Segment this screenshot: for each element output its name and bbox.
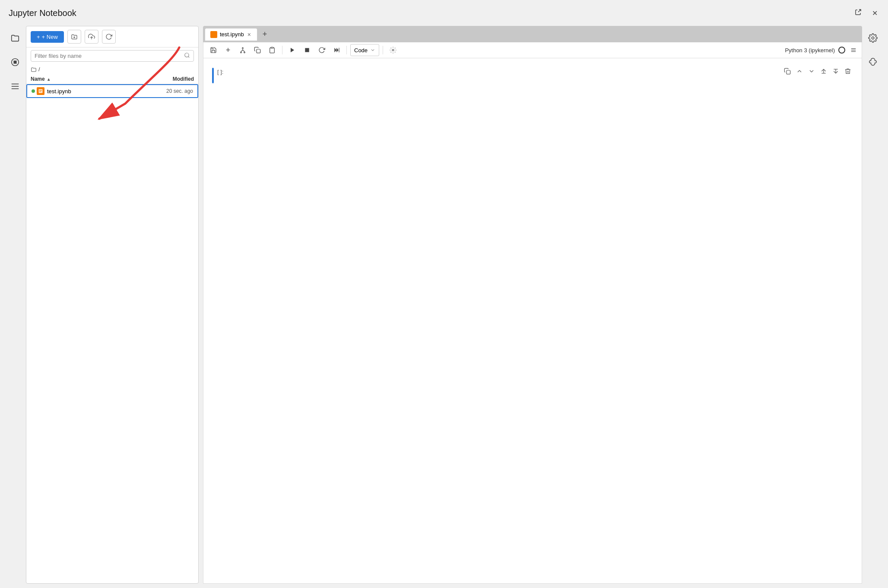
save-button[interactable]: [207, 44, 220, 56]
svg-point-8: [185, 53, 189, 57]
modified-column-label: Modified: [173, 76, 194, 82]
toolbar-divider-2: [346, 46, 347, 54]
svg-line-9: [188, 57, 190, 58]
svg-rect-18: [271, 47, 273, 48]
sort-arrow-icon: ▲: [47, 77, 51, 82]
filter-box: [31, 50, 194, 62]
open-external-button[interactable]: [853, 7, 863, 19]
svg-line-15: [241, 50, 243, 51]
refresh-button[interactable]: [102, 30, 116, 44]
file-modified: 20 sec. ago: [141, 88, 193, 94]
file-status-dot: [32, 89, 35, 93]
kernel-debug-button[interactable]: [387, 44, 400, 56]
tab-notebook-icon: [210, 31, 217, 38]
notebook-content: [ ]:: [203, 58, 862, 584]
cut-button[interactable]: [236, 44, 249, 56]
file-name: test.ipynb: [47, 88, 141, 95]
svg-line-16: [243, 50, 244, 51]
left-sidebar: [4, 26, 26, 584]
notebook-toolbar: +: [203, 42, 862, 58]
cell-type-dropdown[interactable]: Code: [350, 44, 379, 56]
name-column-header[interactable]: Name ▲: [31, 76, 142, 82]
kernel-menu-button[interactable]: [849, 45, 858, 55]
kernel-status-circle: [838, 47, 845, 54]
name-column-label: Name: [31, 76, 45, 82]
kernel-info: Python 3 (ipykernel): [785, 45, 858, 55]
main-container: + + New: [0, 26, 888, 588]
svg-marker-21: [334, 48, 336, 53]
svg-rect-10: [39, 89, 43, 93]
tab-close-button[interactable]: ×: [247, 31, 252, 38]
cell-cursor: [212, 68, 214, 83]
cell-input-area: [242, 67, 779, 81]
search-icon: [184, 52, 190, 60]
new-button-label: + New: [42, 34, 58, 40]
move-down-button[interactable]: [806, 67, 817, 77]
stop-button[interactable]: [301, 44, 314, 56]
toolbar-divider-3: [383, 46, 383, 54]
svg-point-33: [872, 37, 874, 39]
delete-cell-button[interactable]: [843, 67, 853, 77]
cell-input[interactable]: [242, 67, 779, 81]
menu-sidebar-icon[interactable]: [7, 79, 23, 94]
svg-marker-19: [291, 48, 294, 53]
merge-below-button[interactable]: [831, 67, 841, 77]
restart-button[interactable]: [315, 44, 328, 56]
svg-rect-17: [257, 49, 260, 53]
extensions-icon[interactable]: [865, 54, 881, 70]
svg-rect-20: [305, 48, 309, 52]
file-row[interactable]: test.ipynb 20 sec. ago: [26, 84, 198, 98]
stop-sidebar-icon[interactable]: [7, 54, 23, 70]
file-browser-panel: + + New: [26, 26, 199, 584]
add-icon: +: [226, 46, 231, 55]
copy-cell-button[interactable]: [782, 67, 793, 77]
app-title: Jupyter Notebook: [9, 8, 76, 18]
notebook-icon: [37, 87, 44, 95]
folder-sidebar-icon[interactable]: [7, 30, 23, 46]
settings-icon[interactable]: [865, 30, 881, 46]
copy-button[interactable]: [251, 44, 264, 56]
cell-row: [ ]:: [212, 67, 853, 83]
svg-point-13: [241, 52, 242, 53]
add-cell-button[interactable]: +: [222, 44, 235, 56]
svg-rect-28: [787, 70, 790, 74]
close-window-button[interactable]: ✕: [870, 7, 879, 19]
new-button[interactable]: + + New: [31, 31, 64, 43]
cell-prompt: [ ]:: [217, 67, 239, 75]
file-browser-toolbar: + + New: [26, 26, 198, 47]
move-up-button[interactable]: [794, 67, 805, 77]
new-tab-button[interactable]: +: [259, 30, 271, 39]
window-controls: ✕: [853, 7, 879, 19]
file-list: test.ipynb 20 sec. ago: [26, 84, 198, 98]
tab-title: test.ipynb: [220, 31, 244, 38]
file-list-header: Name ▲ Modified: [26, 74, 198, 84]
breadcrumb-separator: /: [38, 66, 40, 73]
new-folder-button[interactable]: [67, 30, 81, 44]
svg-point-14: [244, 52, 245, 53]
filter-input[interactable]: [35, 53, 184, 59]
toolbar-divider-1: [282, 46, 282, 54]
cell-type-label: Code: [354, 47, 368, 54]
kernel-name: Python 3 (ipykernel): [785, 47, 835, 54]
title-bar: Jupyter Notebook ✕: [0, 0, 888, 26]
fast-forward-button[interactable]: [330, 44, 343, 56]
upload-button[interactable]: [85, 30, 98, 44]
cell-actions: [782, 67, 853, 77]
run-button[interactable]: [286, 44, 299, 56]
merge-above-button[interactable]: [818, 67, 829, 77]
paste-button[interactable]: [266, 44, 279, 56]
svg-point-24: [392, 49, 394, 51]
breadcrumb: /: [26, 64, 198, 74]
right-sidebar: [862, 26, 884, 584]
notebook-tab[interactable]: test.ipynb ×: [205, 28, 257, 41]
svg-marker-22: [336, 48, 339, 53]
svg-rect-1: [14, 61, 16, 63]
tab-bar: test.ipynb × +: [203, 26, 862, 42]
modified-column-header[interactable]: Modified: [142, 76, 194, 82]
new-button-icon: +: [37, 34, 40, 40]
notebook-area: test.ipynb × + +: [203, 26, 862, 584]
